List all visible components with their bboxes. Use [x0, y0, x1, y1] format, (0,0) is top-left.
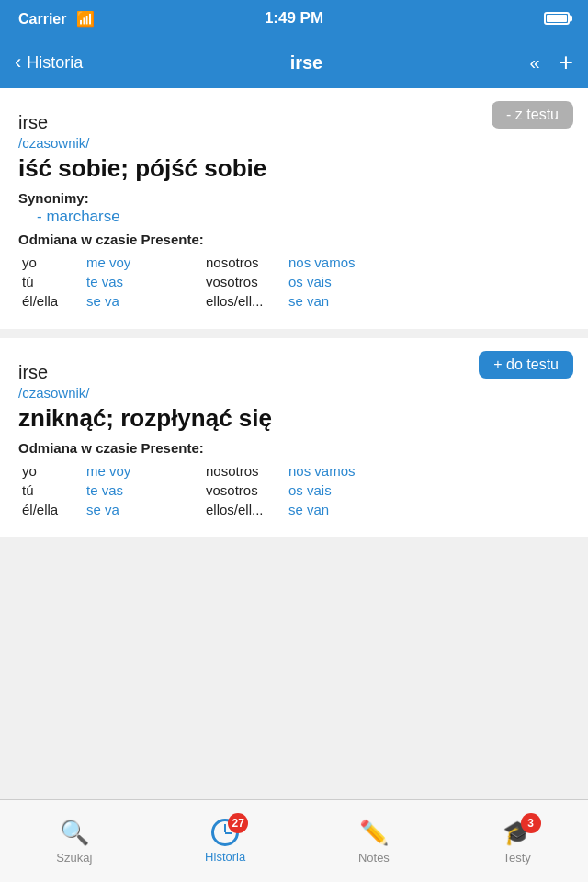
back-chevron-icon: ‹: [15, 52, 21, 73]
tab-historia-label: Historia: [205, 850, 245, 864]
conjugation-table-1: yo me voy nosotros nos vamos tú te vas v…: [18, 253, 570, 311]
word-heading-1: irse: [18, 112, 570, 133]
tab-testy-label: Testy: [503, 851, 530, 865]
nav-add-button[interactable]: +: [559, 50, 573, 75]
verb-form2: nos vamos: [285, 253, 570, 272]
translation-2: zniknąć; rozpłynąć się: [18, 404, 570, 433]
part-of-speech-1: /czasownik/: [18, 135, 570, 151]
back-label: Historia: [27, 53, 83, 73]
table-row: yo me voy nosotros nos vamos: [18, 253, 570, 272]
table-row: tú te vas vosotros os vais: [18, 481, 570, 500]
pronoun: yo: [18, 461, 83, 481]
tab-testy[interactable]: 🎓 3 Testy: [503, 819, 532, 865]
verb-form2: se van: [285, 291, 570, 311]
nav-title: irse: [290, 52, 323, 74]
word-card-1: - z testu irse /czasownik/ iść sobie; pó…: [0, 88, 588, 329]
verb-form2: se van: [285, 500, 570, 519]
add-test-button[interactable]: + do testu: [479, 351, 573, 379]
pronoun: él/ella: [18, 500, 83, 519]
pronoun2: vosotros: [202, 481, 285, 500]
tab-bar: 🔍 Szukaj 27 Historia ✏️ Notes 🎓 3 Testy: [0, 799, 588, 882]
pronoun: yo: [18, 253, 83, 272]
search-icon: 🔍: [60, 819, 89, 847]
conjugation-label-2: Odmiana w czasie Presente:: [18, 440, 570, 456]
pronoun2: ellos/ell...: [202, 500, 285, 519]
word-card-2: + do testu irse /czasownik/ zniknąć; roz…: [0, 338, 588, 537]
nav-chevron-icon[interactable]: «: [530, 52, 540, 74]
verb-form: me voy: [83, 461, 202, 481]
tab-search[interactable]: 🔍 Szukaj: [56, 819, 92, 865]
table-row: él/ella se va ellos/ell... se van: [18, 500, 570, 519]
verb-form: te vas: [83, 272, 202, 291]
pronoun2: vosotros: [202, 272, 285, 291]
verb-form: me voy: [83, 253, 202, 272]
tab-notes-label: Notes: [358, 851, 390, 865]
verb-form2: os vais: [285, 481, 570, 500]
tab-search-label: Szukaj: [56, 851, 92, 865]
carrier-label: Carrier 📶: [18, 10, 95, 28]
part-of-speech-2: /czasownik/: [18, 385, 570, 401]
status-bar: Carrier 📶 1:49 PM: [0, 0, 588, 37]
verb-form: te vas: [83, 481, 202, 500]
nav-bar: ‹ Historia irse « +: [0, 37, 588, 88]
verb-form2: nos vamos: [285, 461, 570, 481]
table-row: él/ella se va ellos/ell... se van: [18, 291, 570, 311]
synonyms-label-1: Synonimy:: [18, 190, 570, 206]
pronoun2: nosotros: [202, 461, 285, 481]
verb-form: se va: [83, 500, 202, 519]
back-button[interactable]: ‹ Historia: [15, 52, 83, 73]
table-row: tú te vas vosotros os vais: [18, 272, 570, 291]
pronoun: él/ella: [18, 291, 83, 311]
conjugation-label-1: Odmiana w czasie Presente:: [18, 232, 570, 247]
nav-right-actions: « +: [530, 50, 573, 75]
testy-badge: 3: [521, 813, 541, 833]
content-area: - z testu irse /czasownik/ iść sobie; pó…: [0, 88, 588, 634]
pronoun2: ellos/ell...: [202, 291, 285, 311]
tab-historia[interactable]: 27 Historia: [205, 819, 245, 864]
wifi-icon: 📶: [76, 11, 95, 27]
conjugation-table-2: yo me voy nosotros nos vamos tú te vas v…: [18, 461, 570, 519]
pronoun: tú: [18, 481, 83, 500]
verb-form: se va: [83, 291, 202, 311]
tab-notes[interactable]: ✏️ Notes: [358, 819, 390, 865]
historia-badge: 27: [228, 813, 248, 833]
pronoun2: nosotros: [202, 253, 285, 272]
remove-test-button[interactable]: - z testu: [492, 101, 573, 129]
battery-area: [544, 12, 570, 25]
synonym-1: - marcharse: [37, 208, 570, 226]
notes-icon: ✏️: [359, 819, 389, 847]
verb-form2: os vais: [285, 272, 570, 291]
table-row: yo me voy nosotros nos vamos: [18, 461, 570, 481]
battery-icon: [544, 12, 570, 25]
pronoun: tú: [18, 272, 83, 291]
time-label: 1:49 PM: [265, 9, 323, 28]
translation-1: iść sobie; pójść sobie: [18, 154, 570, 183]
